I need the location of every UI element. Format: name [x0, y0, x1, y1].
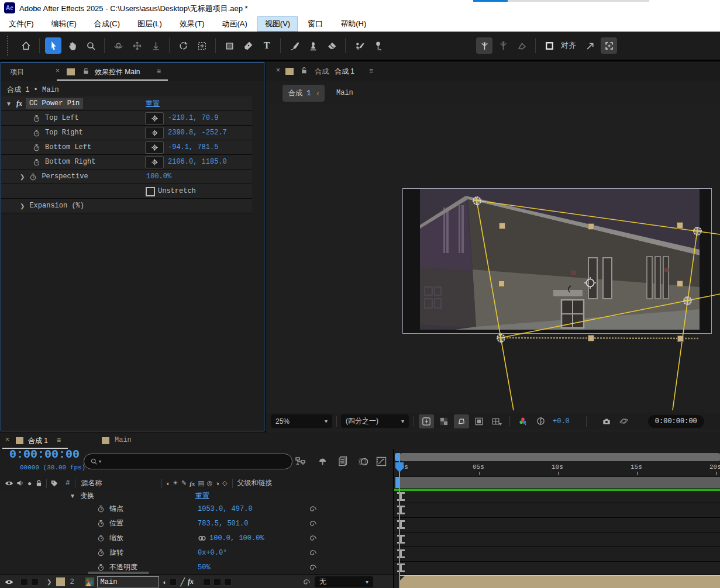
effect-name[interactable]: CC Power Pin [26, 98, 83, 109]
effect-row-top-left[interactable]: Top Left -210.1, 70.9 [1, 111, 252, 126]
stopwatch-icon[interactable] [33, 115, 40, 122]
point-target-button[interactable] [145, 156, 164, 168]
pen-tool[interactable] [240, 37, 256, 54]
transform-reset-link[interactable]: 重置 [195, 491, 209, 501]
layer-blur-box[interactable] [213, 578, 221, 586]
transform-label[interactable]: 变换 [80, 491, 94, 501]
close-tab-icon[interactable]: × [276, 66, 280, 74]
menu-effect[interactable]: 效果(T) [173, 17, 212, 31]
pin-handle-top-left[interactable] [473, 196, 481, 205]
channel-button[interactable] [515, 414, 530, 428]
puppet-bend-pin-button[interactable] [514, 37, 530, 54]
layer-handle[interactable] [677, 222, 683, 229]
tab-effect-controls[interactable]: 效果控件 Main [95, 67, 140, 77]
magnification-dropdown[interactable]: 25% ▾ [271, 414, 332, 428]
stopwatch-icon[interactable] [97, 563, 105, 571]
parent-dropdown[interactable]: 无 ▾ [315, 576, 373, 587]
link-dimensions-icon[interactable] [198, 535, 206, 542]
keyframe-ibeam[interactable] [397, 563, 405, 572]
timeline-search[interactable]: ▾ [84, 454, 292, 469]
pick-whip-icon[interactable] [309, 534, 317, 542]
resolution-dropdown[interactable]: (四分之一) ▾ [341, 414, 409, 428]
keyframe-ibeam[interactable] [397, 506, 405, 514]
layer-handle[interactable] [677, 335, 684, 342]
scale-row[interactable]: 缩放 100.0, 100.0% [0, 531, 393, 546]
brush-tool[interactable] [286, 37, 302, 54]
prop-value[interactable]: 1053.0, 497.0 [198, 505, 253, 513]
layer-handle[interactable] [498, 281, 505, 287]
layer-name-box[interactable]: Main [97, 576, 159, 587]
anchor-point-row[interactable]: 锚点 1053.0, 497.0 [0, 501, 393, 517]
graph-editor-icon[interactable] [376, 456, 387, 466]
viewer-timecode[interactable]: 0:00:00:00 [648, 415, 704, 428]
layer-duration-bar[interactable] [399, 575, 720, 588]
layer-blend-box[interactable] [203, 578, 211, 586]
opacity-row[interactable]: 不透明度 50% [0, 560, 393, 575]
rectangle-tool[interactable] [221, 37, 237, 54]
prop-label[interactable]: 旋转 [109, 548, 123, 558]
source-name-column-header[interactable]: 源名称 [81, 478, 102, 488]
pick-whip-icon[interactable] [309, 520, 317, 528]
pick-whip-icon[interactable] [309, 549, 317, 557]
dolly-camera-tool[interactable] [147, 37, 164, 54]
stopwatch-icon[interactable] [33, 129, 40, 137]
close-tab-icon[interactable]: × [5, 435, 9, 444]
transform-group-row[interactable]: ▼ 变换 重置 [0, 490, 393, 502]
clone-stamp-tool[interactable] [305, 37, 321, 54]
text-tool[interactable]: T [259, 37, 275, 54]
effect-row-top-right[interactable]: Top Right 2390.8, -252.7 [1, 126, 252, 140]
prop-label[interactable]: 缩放 [109, 533, 123, 543]
exposure-value[interactable]: +0.0 [553, 417, 570, 426]
tab-comp-1[interactable]: 合成 1 [28, 436, 48, 446]
puppet-starch-pin-button[interactable] [495, 37, 511, 54]
snapping-toggle[interactable] [582, 37, 598, 54]
effect-row-expansion[interactable]: ❯ Expansion (%) [1, 199, 252, 213]
prop-value[interactable]: 783.5, 501.0 [198, 520, 248, 528]
composition-mini-flowchart-icon[interactable] [295, 457, 306, 466]
prop-value[interactable]: 50% [198, 563, 211, 572]
playhead-line[interactable] [399, 461, 400, 588]
effect-row-bottom-right[interactable]: Bottom Right 2106.0, 1185.0 [1, 155, 252, 170]
position-row[interactable]: 位置 783.5, 501.0 [0, 516, 393, 531]
stopwatch-icon[interactable] [97, 534, 105, 542]
layer-audio-box[interactable] [20, 578, 28, 586]
region-of-interest-button[interactable] [471, 414, 487, 428]
layer-expand-icon[interactable]: ❯ [47, 579, 51, 585]
puppet-position-pin-button[interactable] [476, 37, 492, 54]
transparency-grid-button[interactable] [436, 414, 452, 428]
effect-reset-link[interactable]: 重置 [146, 99, 160, 109]
stopwatch-icon[interactable] [97, 549, 105, 556]
menu-window[interactable]: 窗口 [301, 17, 330, 31]
perspective-value[interactable]: 100.0% [146, 172, 171, 181]
menu-edit[interactable]: 编辑(E) [44, 17, 84, 31]
layer-shy-switch[interactable]: ◖ [163, 579, 167, 586]
stopwatch-icon[interactable] [97, 520, 105, 527]
view-3d-button[interactable] [616, 414, 632, 428]
work-area-bar[interactable] [399, 477, 720, 488]
expand-effect-icon[interactable]: ▼ [6, 101, 12, 107]
layer-fx-switch[interactable]: fx [188, 577, 194, 586]
effect-row-unstretch[interactable]: Unstretch [1, 184, 252, 199]
pan-camera-tool[interactable] [129, 37, 145, 54]
panel-menu-icon[interactable]: ≡ [157, 67, 161, 75]
rotate-tool[interactable] [175, 37, 191, 54]
prop-value[interactable]: 100.0, 100.0% [209, 534, 264, 542]
fx-badge-icon[interactable]: fx [16, 99, 22, 108]
layer-pick-whip-icon[interactable] [302, 578, 311, 586]
pin-handle-right[interactable] [683, 296, 692, 305]
effect-row-perspective[interactable]: ❯ Perspective 100.0% [1, 170, 252, 184]
keyframe-ibeam[interactable] [397, 535, 405, 544]
comp-nav-layer-label[interactable]: Main [336, 89, 353, 97]
frame-blending-icon[interactable] [338, 456, 348, 466]
motion-blur-icon[interactable] [358, 457, 368, 466]
close-tab-icon[interactable]: × [56, 67, 60, 75]
stopwatch-icon[interactable] [33, 158, 40, 166]
time-navigator-bar[interactable] [399, 453, 720, 461]
roto-brush-tool[interactable] [351, 37, 367, 54]
prop-value[interactable]: 0x+0.0° [198, 549, 227, 557]
menu-help[interactable]: 帮助(H) [333, 17, 373, 31]
exposure-reset-button[interactable] [533, 414, 548, 428]
comp-nav-button[interactable]: 合成 1 ‹ [283, 85, 325, 102]
tab-comp-name[interactable]: 合成 1 [335, 67, 354, 77]
time-ruler[interactable]: 00s 05s 10s 15s 20s [394, 461, 720, 476]
